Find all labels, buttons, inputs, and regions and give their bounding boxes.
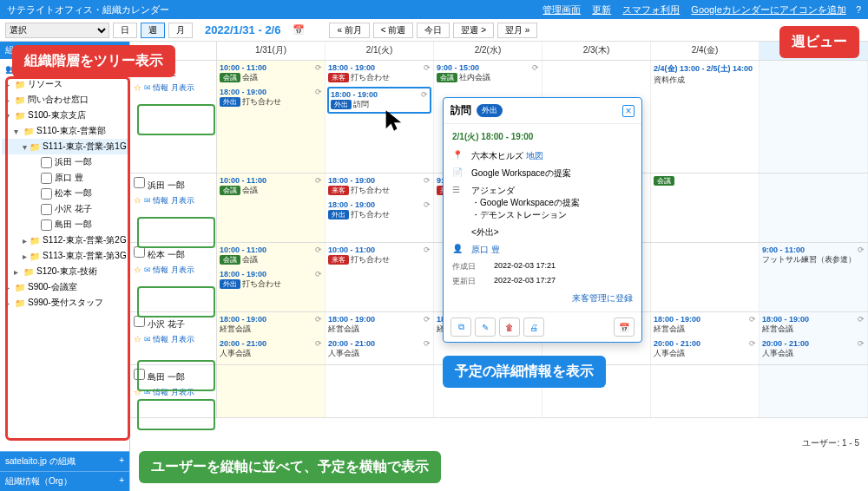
refresh-icon[interactable]: ⟳ <box>424 245 431 254</box>
day-cell[interactable]: 10:00 - 11:00⟳会議会議18:00 - 19:00⟳外出打ち合わせ <box>217 243 326 311</box>
user-checkbox[interactable] <box>41 157 52 168</box>
tree-item[interactable]: ▾📁S110-東京-営業部 <box>2 123 128 139</box>
view-month[interactable]: 月 <box>168 23 193 38</box>
tree-item[interactable]: ▸📁S113-東京-営業-第3G <box>2 248 128 264</box>
link-refresh[interactable]: 更新 <box>592 4 611 15</box>
nav-prev-month[interactable]: « 前月 <box>329 23 369 38</box>
star-icon[interactable]: ☆ <box>134 335 141 344</box>
tree-item[interactable]: 浜田 一郎 <box>2 154 128 170</box>
info-link[interactable]: 情報 <box>153 83 168 92</box>
event[interactable]: 20:00 - 21:00⟳人事会議 <box>653 338 757 360</box>
day-cell[interactable]: 18:00 - 19:00⟳経営会議20:00 - 21:00⟳人事会議 <box>760 312 868 364</box>
row-checkbox[interactable] <box>134 246 145 258</box>
refresh-icon[interactable]: ⟳ <box>424 200 431 209</box>
refresh-icon[interactable]: ⟳ <box>749 315 756 324</box>
nav-prev-week[interactable]: < 前週 <box>373 23 414 38</box>
close-icon[interactable]: × <box>622 105 635 117</box>
print-icon[interactable]: 🖨 <box>523 318 544 337</box>
tree-item[interactable]: ▸📁S900-会議室 <box>2 279 128 295</box>
event[interactable]: 18:00 - 19:00⟳経営会議 <box>219 314 323 336</box>
info-link[interactable]: 情報 <box>153 196 168 205</box>
day-cell[interactable]: 2/4(金) 13:00 - 2/5(土) 14:00資料作成 <box>651 61 760 173</box>
star-icon[interactable]: ☆ <box>134 83 141 92</box>
link-gcal[interactable]: Googleカレンダーにアイコンを追加 <box>691 4 845 15</box>
month-link[interactable]: 月表示 <box>171 196 194 205</box>
row-checkbox[interactable] <box>134 316 145 327</box>
event[interactable]: 18:00 - 19:00⟳経営会議 <box>327 314 431 336</box>
help-icon[interactable]: ? <box>856 4 861 15</box>
mail-icon[interactable]: ✉ <box>144 196 151 205</box>
day-cell[interactable]: 10:00 - 11:00⟳会議会議18:00 - 19:00⟳外出打ち合わせ <box>217 61 326 173</box>
popup-register[interactable]: 来客管理に登録 <box>572 293 633 303</box>
event[interactable]: 10:00 - 11:00⟳会議会議 <box>219 245 323 266</box>
refresh-icon[interactable]: ⟳ <box>424 315 431 324</box>
user-checkbox[interactable] <box>41 188 52 200</box>
day-cell[interactable]: 18:00 - 19:00⟳経営会議20:00 - 21:00⟳人事会議 <box>217 312 326 364</box>
sidebar-bottom-1[interactable]: satelaito.jp の組織+ <box>0 451 129 471</box>
user-checkbox[interactable] <box>41 173 52 184</box>
refresh-icon[interactable]: ⟳ <box>858 245 865 254</box>
event[interactable]: 18:00 - 19:00⟳経営会議 <box>653 314 757 336</box>
day-cell[interactable]: 18:00 - 19:00⟳来客打ち合わせ18:00 - 19:00⟳外出打ち合… <box>326 173 434 242</box>
copy-icon[interactable]: ⧉ <box>450 318 471 337</box>
tree-item[interactable]: ▸📁S120-東京-技術 <box>2 264 128 279</box>
mail-icon[interactable]: ✉ <box>144 265 151 274</box>
event[interactable]: 会議 <box>653 175 757 187</box>
month-link[interactable]: 月表示 <box>171 265 194 274</box>
link-mobile[interactable]: スマフォ利用 <box>622 4 680 15</box>
event[interactable]: 18:00 - 19:00⟳経営会議 <box>761 314 865 336</box>
event[interactable]: 20:00 - 21:00⟳人事会議 <box>327 338 431 360</box>
star-icon[interactable]: ☆ <box>134 265 141 274</box>
refresh-icon[interactable]: ⟳ <box>315 176 322 185</box>
refresh-icon[interactable]: ⟳ <box>858 339 865 348</box>
delete-icon[interactable]: 🗑 <box>499 318 520 337</box>
refresh-icon[interactable]: ⟳ <box>315 88 322 96</box>
row-checkbox[interactable] <box>134 177 145 188</box>
refresh-icon[interactable]: ⟳ <box>421 90 428 99</box>
day-cell[interactable] <box>326 365 434 417</box>
tree-item[interactable]: ▾📁S111-東京-営業-第1G <box>2 139 128 154</box>
mail-icon[interactable]: ✉ <box>144 335 151 344</box>
day-cell[interactable]: 9:00 - 11:00⟳フットサル練習（表参道） <box>760 243 868 311</box>
tree-item[interactable]: ▸📁リソース <box>2 76 128 92</box>
nav-next-month[interactable]: 翌月 » <box>497 23 537 38</box>
event[interactable]: 18:00 - 19:00⟳外出打ち合わせ <box>219 87 323 108</box>
event[interactable]: 10:00 - 11:00⟳会議会議 <box>219 62 323 84</box>
day-cell[interactable]: 10:00 - 11:00⟳会議会議 <box>217 173 326 242</box>
info-link[interactable]: 情報 <box>153 388 168 396</box>
day-cell[interactable]: 18:00 - 19:00⟳経営会議20:00 - 21:00⟳人事会議 <box>651 312 760 364</box>
refresh-icon[interactable]: ⟳ <box>424 339 431 348</box>
map-link[interactable]: 地図 <box>526 151 543 160</box>
edit-icon[interactable]: ✎ <box>475 318 496 337</box>
event[interactable]: 10:00 - 11:00⟳来客打ち合わせ <box>327 245 431 266</box>
info-link[interactable]: 情報 <box>153 335 168 344</box>
month-link[interactable]: 月表示 <box>171 335 194 344</box>
tree-item[interactable]: 松本 一郎 <box>2 186 128 201</box>
day-cell[interactable]: 会議 <box>651 173 760 242</box>
refresh-icon[interactable]: ⟳ <box>315 315 322 324</box>
day-cell[interactable] <box>760 173 868 242</box>
event[interactable]: 18:00 - 19:00⟳来客打ち合わせ <box>327 175 431 197</box>
tree-item[interactable]: ▸📁S990-受付スタッフ <box>2 295 128 311</box>
mail-icon[interactable]: ✉ <box>144 388 151 396</box>
calendar-add-icon[interactable]: 📅 <box>614 318 635 337</box>
tree-item[interactable]: 原口 豊 <box>2 170 128 186</box>
org-select[interactable]: 選択 <box>5 23 109 38</box>
tree-item[interactable]: ▸📁S112-東京-営業-第2G <box>2 232 128 248</box>
info-link[interactable]: 情報 <box>153 265 168 274</box>
day-cell[interactable] <box>760 61 868 173</box>
star-icon[interactable]: ☆ <box>134 196 141 205</box>
popup-person[interactable]: 原口 豊 <box>471 245 500 254</box>
sidebar-bottom-2[interactable]: 組織情報（Org）+ <box>0 471 129 491</box>
nav-today[interactable]: 今日 <box>417 23 450 38</box>
refresh-icon[interactable]: ⟳ <box>749 339 756 348</box>
day-cell[interactable] <box>651 243 760 311</box>
month-link[interactable]: 月表示 <box>171 83 194 92</box>
event[interactable]: 10:00 - 11:00⟳会議会議 <box>219 175 323 197</box>
tree-item[interactable]: ▾📁S100-東京支店 <box>2 108 128 123</box>
event[interactable]: 18:00 - 19:00⟳外出打ち合わせ <box>327 200 431 221</box>
event[interactable]: 18:00 - 19:00⟳外出打ち合わせ <box>219 269 323 291</box>
refresh-icon[interactable]: ⟳ <box>532 63 539 72</box>
user-checkbox[interactable] <box>41 219 52 231</box>
day-cell[interactable] <box>760 365 868 417</box>
